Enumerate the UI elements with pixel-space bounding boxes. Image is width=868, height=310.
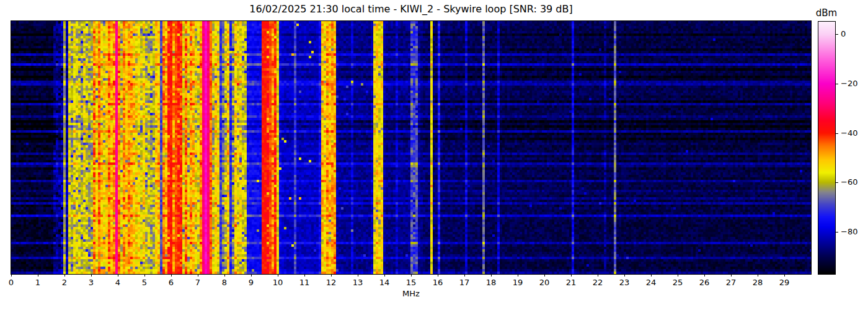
x-tick-label: 17 [459,278,470,287]
x-tick-label: 22 [593,278,603,287]
x-tick-label: 28 [753,278,763,287]
x-tick-mark [491,274,492,277]
x-tick-label: 18 [486,278,497,287]
x-tick-mark [571,274,572,277]
x-tick-label: 27 [726,278,737,287]
x-tick-mark [411,274,412,277]
x-tick-mark [64,274,65,277]
colorbar-tick-label: −80 [841,228,857,236]
x-tick-label: 26 [699,278,710,287]
x-tick-label: 16 [433,278,443,287]
colorbar-tick-mark [835,84,838,84]
x-axis-label: MHz [11,289,811,298]
x-tick-mark [651,274,652,277]
x-tick-label: 1 [35,278,40,287]
x-tick-label: 2 [62,278,67,287]
x-tick-mark [544,274,545,277]
x-tick-label: 13 [353,278,363,287]
colorbar-gradient [818,21,836,275]
x-tick-label: 10 [273,278,283,287]
colorbar-tick-mark [835,133,838,134]
colorbar-unit-label: dBm [816,7,837,19]
x-tick-mark [118,274,118,277]
x-tick-mark [38,274,38,277]
x-tick-label: 3 [89,278,94,287]
x-tick-label: 7 [195,278,200,287]
colorbar-tick-label: −20 [841,79,857,88]
x-tick-mark [304,274,305,277]
x-tick-mark [438,274,438,277]
x-tick-mark [598,274,598,277]
x-tick-label: 12 [326,278,337,287]
x-tick-mark [331,274,332,277]
x-tick-label: 8 [222,278,227,287]
x-tick-mark [784,274,785,277]
colorbar-tick-mark [835,232,838,232]
colorbar-tick-label: 0 [841,30,846,38]
x-tick-label: 15 [406,278,417,287]
x-tick-label: 4 [115,278,120,287]
x-tick-label: 11 [299,278,310,287]
chart-title: 16/02/2025 21:30 local time - KIWI_2 - S… [11,3,811,15]
x-tick-mark [758,274,758,277]
x-tick-mark [278,274,278,277]
x-tick-mark [171,274,172,277]
x-tick-label: 23 [619,278,630,287]
x-tick-mark [91,274,92,277]
x-tick-mark [198,274,198,277]
colorbar-tick-mark [835,182,838,183]
x-tick-mark [358,274,358,277]
x-tick-label: 19 [513,278,523,287]
colorbar-tick-mark [835,34,838,35]
x-tick-mark [251,274,252,277]
x-tick-label: 25 [673,278,683,287]
x-tick-mark [518,274,518,277]
colorbar-tick-label: −60 [841,178,857,187]
x-tick-mark [11,274,12,277]
x-tick-mark [624,274,625,277]
x-tick-label: 24 [646,278,657,287]
x-tick-label: 20 [539,278,550,287]
x-tick-label: 0 [9,278,14,287]
x-tick-label: 6 [169,278,174,287]
x-tick-mark [224,274,225,277]
x-tick-mark [704,274,705,277]
x-tick-mark [464,274,465,277]
x-tick-mark [731,274,732,277]
x-tick-label: 29 [779,278,790,287]
x-tick-mark [384,274,385,277]
waterfall-heatmap [11,21,811,274]
x-tick-label: 14 [379,278,390,287]
waterfall-plot-area [11,20,812,275]
colorbar-tick-label: −40 [841,129,857,138]
x-tick-label: 21 [566,278,577,287]
x-tick-label: 9 [249,278,254,287]
x-tick-label: 5 [142,278,147,287]
x-tick-mark [678,274,678,277]
x-tick-mark [144,274,145,277]
